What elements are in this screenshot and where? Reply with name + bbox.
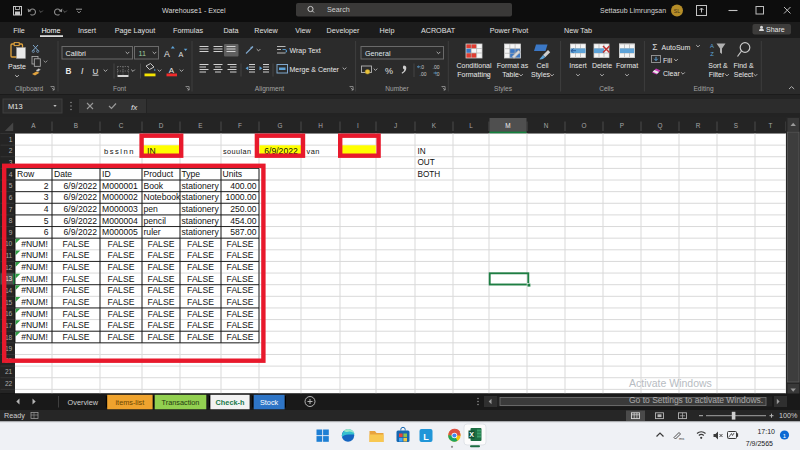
svg-text:A: A [169,66,175,75]
svg-text:souulan: souulan [223,147,251,156]
svg-text:FALSE: FALSE [227,285,254,295]
svg-text:stationery: stationery [182,227,220,237]
svg-text:6: 6 [9,194,13,201]
svg-text:21: 21 [5,368,13,375]
svg-text:5: 5 [44,216,49,226]
svg-text:#NUM!: #NUM! [21,239,48,249]
svg-text:Paste: Paste [8,63,26,70]
svg-text:P: P [620,122,624,129]
svg-text:Cell: Cell [536,62,549,69]
svg-text:FALSE: FALSE [108,250,135,260]
svg-text:R: R [696,122,701,129]
svg-text:M000001: M000001 [102,181,138,191]
svg-text:Data: Data [223,26,238,35]
svg-text:11: 11 [139,49,146,58]
svg-text:FALSE: FALSE [148,239,175,249]
svg-text:N: N [544,122,549,129]
svg-text:FALSE: FALSE [63,320,90,330]
svg-text:#NUM!: #NUM! [21,320,48,330]
svg-text:M000003: M000003 [102,204,138,214]
svg-text:Help: Help [380,26,395,35]
svg-text:Calibri: Calibri [66,49,87,58]
svg-text:6/9/2022: 6/9/2022 [64,227,98,237]
svg-text:New Tab: New Tab [564,26,592,35]
svg-text:7/9/2565: 7/9/2565 [746,440,773,447]
svg-text:Cells: Cells [599,85,614,92]
svg-text:BOTH: BOTH [418,170,441,179]
svg-text:C: C [119,122,124,129]
svg-text:FALSE: FALSE [148,332,175,342]
svg-text:T: T [769,122,773,129]
svg-text:SL: SL [674,8,680,14]
svg-text:items-list: items-list [116,398,145,407]
svg-text:M: M [505,122,510,129]
svg-text:3: 3 [44,192,49,202]
svg-text:5: 5 [9,182,13,189]
svg-text:I: I [357,122,359,129]
svg-text:A: A [710,43,714,49]
svg-text:Clear: Clear [663,70,680,77]
svg-text:Product: Product [144,169,174,179]
svg-text:pen: pen [144,204,159,214]
svg-text:ms: ms [679,436,684,441]
svg-text:11: 11 [5,252,12,259]
svg-text:FALSE: FALSE [148,262,175,272]
svg-text:FALSE: FALSE [227,332,254,342]
svg-text:D: D [159,122,164,129]
svg-text:FALSE: FALSE [108,262,135,272]
svg-text:FALSE: FALSE [148,285,175,295]
svg-text:FALSE: FALSE [108,297,135,307]
svg-text:Alignment: Alignment [255,85,284,93]
svg-text:Page Layout: Page Layout [115,26,155,35]
svg-text:FALSE: FALSE [227,297,254,307]
svg-text:M000005: M000005 [102,227,138,237]
svg-text:K: K [432,122,437,129]
svg-text:Transaction: Transaction [162,398,200,407]
svg-text:Book: Book [144,181,164,191]
svg-text:A: A [164,49,170,59]
svg-text:FALSE: FALSE [108,274,135,284]
svg-text:bsslnn: bsslnn [104,147,135,156]
svg-text:View: View [295,26,311,35]
svg-text:2: 2 [9,147,13,154]
svg-text:Styles: Styles [494,85,513,93]
svg-text:1000.00: 1000.00 [225,192,256,202]
svg-text:1: 1 [9,136,13,143]
svg-text:Activate Windows: Activate Windows [629,377,712,389]
svg-text:stationery: stationery [182,204,220,214]
svg-text:6/9/2022: 6/9/2022 [64,181,98,191]
svg-text:Stock: Stock [260,398,279,407]
svg-text:M000002: M000002 [102,192,138,202]
svg-text:.0: .0 [420,64,424,70]
svg-text:IN: IN [418,147,426,156]
svg-text:Ready: Ready [4,411,25,420]
svg-text:Table: Table [502,71,519,78]
svg-text:pencil: pencil [144,216,167,226]
svg-text:#NUM!: #NUM! [21,332,48,342]
svg-text:J: J [394,122,397,129]
svg-text:FALSE: FALSE [227,320,254,330]
svg-text:#NUM!: #NUM! [21,262,48,272]
svg-text:17:10: 17:10 [757,428,775,435]
svg-text:B: B [66,67,72,76]
svg-text:E: E [198,122,202,129]
svg-text:FALSE: FALSE [108,285,135,295]
svg-text:Insert: Insert [569,62,587,69]
svg-text:FALSE: FALSE [63,285,90,295]
svg-text:587.00: 587.00 [230,227,257,237]
svg-text:Select: Select [734,71,754,78]
svg-text:U: U [93,67,99,76]
svg-text:8: 8 [9,217,13,224]
svg-text:FALSE: FALSE [63,274,90,284]
svg-text:Go to Settings to activate Win: Go to Settings to activate Windows. [629,395,763,405]
svg-text:#NUM!: #NUM! [21,274,48,284]
svg-text:FALSE: FALSE [187,309,214,319]
svg-text:FALSE: FALSE [187,332,214,342]
svg-text:Format as: Format as [497,62,529,69]
svg-text:Settasub Limrungsan: Settasub Limrungsan [600,7,666,15]
svg-text:G: G [278,122,283,129]
svg-text:6/9/2022: 6/9/2022 [64,216,98,226]
svg-text:A: A [179,50,184,59]
svg-text:FALSE: FALSE [187,297,214,307]
svg-text:Notebook: Notebook [144,192,181,202]
